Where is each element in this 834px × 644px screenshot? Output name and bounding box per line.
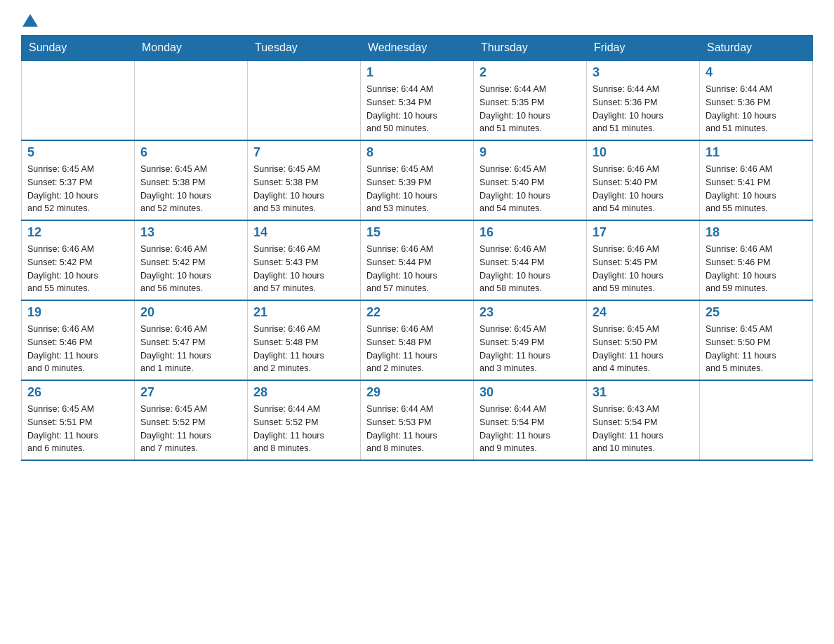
week-row-1: 1Sunrise: 6:44 AM Sunset: 5:34 PM Daylig… [22,60,813,140]
day-info: Sunrise: 6:46 AM Sunset: 5:45 PM Dayligh… [593,243,694,295]
day-info: Sunrise: 6:45 AM Sunset: 5:50 PM Dayligh… [706,323,807,375]
day-info: Sunrise: 6:46 AM Sunset: 5:44 PM Dayligh… [479,243,581,295]
day-number: 7 [253,145,355,160]
day-number: 13 [140,225,241,240]
calendar-cell: 20Sunrise: 6:46 AM Sunset: 5:47 PM Dayli… [135,300,248,380]
day-info: Sunrise: 6:45 AM Sunset: 5:37 PM Dayligh… [27,163,128,215]
calendar-cell: 7Sunrise: 6:45 AM Sunset: 5:38 PM Daylig… [248,140,361,220]
calendar-cell: 25Sunrise: 6:45 AM Sunset: 5:50 PM Dayli… [700,300,813,380]
day-number: 26 [27,385,128,400]
day-info: Sunrise: 6:45 AM Sunset: 5:49 PM Dayligh… [479,323,581,375]
day-number: 17 [593,225,694,240]
day-number: 24 [593,305,694,320]
day-info: Sunrise: 6:45 AM Sunset: 5:50 PM Dayligh… [593,323,694,375]
calendar-cell: 29Sunrise: 6:44 AM Sunset: 5:53 PM Dayli… [361,380,474,460]
day-info: Sunrise: 6:46 AM Sunset: 5:46 PM Dayligh… [27,323,128,375]
day-number: 10 [593,145,694,160]
header-tuesday: Tuesday [248,36,361,61]
day-info: Sunrise: 6:46 AM Sunset: 5:42 PM Dayligh… [27,243,128,295]
day-info: Sunrise: 6:44 AM Sunset: 5:52 PM Dayligh… [253,403,355,455]
day-number: 6 [140,145,241,160]
day-info: Sunrise: 6:44 AM Sunset: 5:35 PM Dayligh… [479,83,581,135]
day-number: 8 [366,145,468,160]
header-monday: Monday [135,36,248,61]
day-number: 2 [479,65,581,80]
day-number: 5 [27,145,128,160]
header-saturday: Saturday [700,36,813,61]
calendar-cell: 16Sunrise: 6:46 AM Sunset: 5:44 PM Dayli… [474,220,587,300]
day-number: 19 [27,305,128,320]
day-info: Sunrise: 6:46 AM Sunset: 5:46 PM Dayligh… [706,243,807,295]
day-number: 15 [366,225,468,240]
week-row-3: 12Sunrise: 6:46 AM Sunset: 5:42 PM Dayli… [22,220,813,300]
day-number: 23 [479,305,581,320]
week-row-2: 5Sunrise: 6:45 AM Sunset: 5:37 PM Daylig… [22,140,813,220]
day-number: 31 [593,385,694,400]
calendar-cell: 8Sunrise: 6:45 AM Sunset: 5:39 PM Daylig… [361,140,474,220]
day-number: 4 [706,65,807,80]
calendar-cell: 12Sunrise: 6:46 AM Sunset: 5:42 PM Dayli… [22,220,135,300]
svg-marker-0 [22,14,38,27]
header-friday: Friday [587,36,700,61]
calendar-cell: 4Sunrise: 6:44 AM Sunset: 5:36 PM Daylig… [700,60,813,140]
day-number: 12 [27,225,128,240]
day-info: Sunrise: 6:45 AM Sunset: 5:40 PM Dayligh… [479,163,581,215]
calendar-cell [700,380,813,460]
calendar-table: SundayMondayTuesdayWednesdayThursdayFrid… [21,35,813,461]
day-number: 25 [706,305,807,320]
calendar-cell: 21Sunrise: 6:46 AM Sunset: 5:48 PM Dayli… [248,300,361,380]
day-info: Sunrise: 6:46 AM Sunset: 5:41 PM Dayligh… [706,163,807,215]
calendar-cell: 28Sunrise: 6:44 AM Sunset: 5:52 PM Dayli… [248,380,361,460]
day-number: 27 [140,385,241,400]
calendar-cell: 19Sunrise: 6:46 AM Sunset: 5:46 PM Dayli… [22,300,135,380]
day-info: Sunrise: 6:43 AM Sunset: 5:54 PM Dayligh… [593,403,694,455]
calendar-cell: 10Sunrise: 6:46 AM Sunset: 5:40 PM Dayli… [587,140,700,220]
day-info: Sunrise: 6:45 AM Sunset: 5:38 PM Dayligh… [253,163,355,215]
calendar-cell: 24Sunrise: 6:45 AM Sunset: 5:50 PM Dayli… [587,300,700,380]
calendar-cell: 30Sunrise: 6:44 AM Sunset: 5:54 PM Dayli… [474,380,587,460]
calendar-cell: 14Sunrise: 6:46 AM Sunset: 5:43 PM Dayli… [248,220,361,300]
header-thursday: Thursday [474,36,587,61]
day-number: 29 [366,385,468,400]
day-info: Sunrise: 6:46 AM Sunset: 5:48 PM Dayligh… [366,323,468,375]
calendar-cell: 3Sunrise: 6:44 AM Sunset: 5:36 PM Daylig… [587,60,700,140]
day-info: Sunrise: 6:46 AM Sunset: 5:42 PM Dayligh… [140,243,241,295]
calendar-cell [248,60,361,140]
day-info: Sunrise: 6:46 AM Sunset: 5:40 PM Dayligh… [593,163,694,215]
header-wednesday: Wednesday [361,36,474,61]
day-number: 30 [479,385,581,400]
calendar-cell [135,60,248,140]
calendar-cell: 22Sunrise: 6:46 AM Sunset: 5:48 PM Dayli… [361,300,474,380]
logo-triangle-icon [22,13,38,28]
day-number: 16 [479,225,581,240]
day-info: Sunrise: 6:45 AM Sunset: 5:39 PM Dayligh… [366,163,468,215]
calendar-cell: 5Sunrise: 6:45 AM Sunset: 5:37 PM Daylig… [22,140,135,220]
day-number: 14 [253,225,355,240]
calendar-cell: 6Sunrise: 6:45 AM Sunset: 5:38 PM Daylig… [135,140,248,220]
day-info: Sunrise: 6:44 AM Sunset: 5:54 PM Dayligh… [479,403,581,455]
calendar-cell: 23Sunrise: 6:45 AM Sunset: 5:49 PM Dayli… [474,300,587,380]
page-header [21,14,813,28]
calendar-cell: 9Sunrise: 6:45 AM Sunset: 5:40 PM Daylig… [474,140,587,220]
day-number: 3 [593,65,694,80]
day-number: 9 [479,145,581,160]
day-number: 1 [366,65,468,80]
day-info: Sunrise: 6:45 AM Sunset: 5:51 PM Dayligh… [27,403,128,455]
day-info: Sunrise: 6:45 AM Sunset: 5:52 PM Dayligh… [140,403,241,455]
day-info: Sunrise: 6:44 AM Sunset: 5:36 PM Dayligh… [706,83,807,135]
day-number: 28 [253,385,355,400]
day-number: 20 [140,305,241,320]
day-info: Sunrise: 6:44 AM Sunset: 5:34 PM Dayligh… [366,83,468,135]
day-info: Sunrise: 6:44 AM Sunset: 5:36 PM Dayligh… [593,83,694,135]
header-sunday: Sunday [22,36,135,61]
calendar-cell: 1Sunrise: 6:44 AM Sunset: 5:34 PM Daylig… [361,60,474,140]
calendar-cell: 15Sunrise: 6:46 AM Sunset: 5:44 PM Dayli… [361,220,474,300]
calendar-cell [22,60,135,140]
calendar-cell: 2Sunrise: 6:44 AM Sunset: 5:35 PM Daylig… [474,60,587,140]
calendar-cell: 31Sunrise: 6:43 AM Sunset: 5:54 PM Dayli… [587,380,700,460]
logo [21,14,39,28]
day-info: Sunrise: 6:45 AM Sunset: 5:38 PM Dayligh… [140,163,241,215]
calendar-header-row: SundayMondayTuesdayWednesdayThursdayFrid… [22,36,813,61]
calendar-cell: 27Sunrise: 6:45 AM Sunset: 5:52 PM Dayli… [135,380,248,460]
day-info: Sunrise: 6:46 AM Sunset: 5:47 PM Dayligh… [140,323,241,375]
